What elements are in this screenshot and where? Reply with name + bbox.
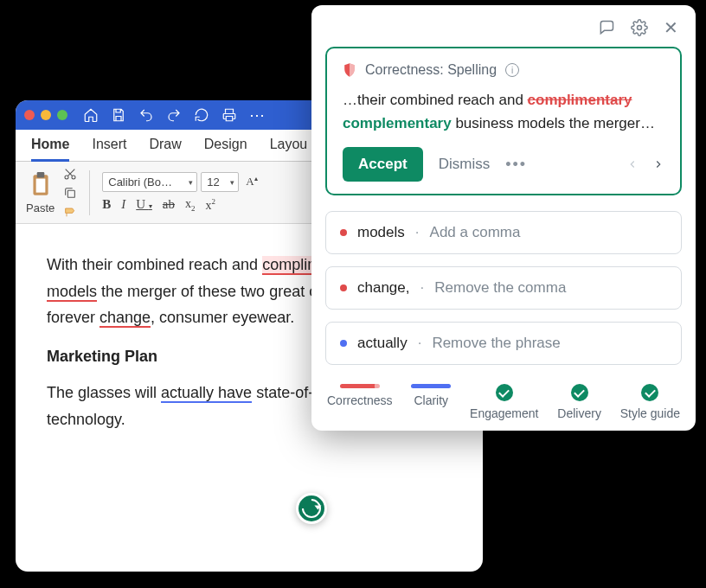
close-window[interactable] xyxy=(24,110,35,120)
underline-button[interactable]: U ▾ xyxy=(136,197,152,212)
separator: · xyxy=(418,335,422,352)
superscript-button[interactable]: x2 xyxy=(206,197,216,213)
accept-button[interactable]: Accept xyxy=(343,147,423,182)
svg-rect-1 xyxy=(36,172,44,177)
copy-icon[interactable] xyxy=(63,186,77,200)
home-icon[interactable] xyxy=(83,107,99,123)
paste-label: Paste xyxy=(26,201,55,214)
card-category: Correctness: Spelling xyxy=(365,62,497,78)
grow-font[interactable]: A▴ xyxy=(242,173,260,190)
tab-home[interactable]: Home xyxy=(31,137,69,162)
font-name-value: Calibri (Bo… xyxy=(108,176,172,189)
suggestion-card-collapsed[interactable]: actually · Remove the phrase xyxy=(325,322,682,365)
footer-clarity[interactable]: Clarity xyxy=(411,384,451,420)
tab-design[interactable]: Design xyxy=(204,137,247,161)
font-size-value: 12 xyxy=(207,176,219,189)
subscript-button[interactable]: x2 xyxy=(185,197,196,213)
comment-icon[interactable] xyxy=(598,19,615,36)
svg-rect-2 xyxy=(35,178,45,192)
text: , consumer eyewear. xyxy=(151,309,294,326)
print-icon[interactable] xyxy=(221,107,237,123)
tab-layout[interactable]: Layou xyxy=(270,137,308,161)
dismiss-button[interactable]: Dismiss xyxy=(439,156,491,173)
paste-button[interactable] xyxy=(29,171,52,200)
error-actually[interactable]: actually have xyxy=(161,384,252,403)
footer-label: Correctness xyxy=(327,393,392,407)
window-controls xyxy=(24,110,67,120)
footer-delivery[interactable]: Delivery xyxy=(557,384,601,420)
text: …their combined reach and xyxy=(343,92,528,108)
maximize-window[interactable] xyxy=(57,110,67,120)
grammarly-badge[interactable] xyxy=(296,493,327,524)
card-nav xyxy=(626,158,664,170)
redo-icon[interactable] xyxy=(166,107,182,123)
grammarly-logo-icon xyxy=(298,495,324,521)
collapsed-word: actually xyxy=(357,335,408,352)
info-icon[interactable]: i xyxy=(505,63,519,77)
font-size-select[interactable]: 12 ▾ xyxy=(201,172,239,192)
suggestion-card-active: Correctness: Spelling i …their combined … xyxy=(325,47,682,195)
footer-style-guide[interactable]: Style guide xyxy=(620,384,680,420)
save-icon[interactable] xyxy=(111,107,126,123)
collapsed-word: change, xyxy=(357,279,410,297)
check-icon xyxy=(641,384,658,401)
more-icon[interactable]: ⋯ xyxy=(249,105,266,125)
correctness-indicator xyxy=(340,384,380,388)
separator: · xyxy=(415,224,420,241)
severity-dot xyxy=(340,229,347,236)
text: With their combined reach and xyxy=(47,256,262,273)
collapsed-hint: Add a comma xyxy=(430,224,521,241)
panel-footer: Correctness Clarity Engagement Delivery … xyxy=(325,377,682,422)
chevron-down-icon: ▾ xyxy=(230,178,234,187)
footer-engagement[interactable]: Engagement xyxy=(470,384,538,420)
replacement-word: complementary xyxy=(343,115,452,131)
chevron-down-icon: ▾ xyxy=(189,178,193,187)
suggestion-card-collapsed[interactable]: change, · Remove the comma xyxy=(325,266,682,310)
suggestion-card-collapsed[interactable]: models · Add a comma xyxy=(325,211,682,254)
footer-label: Style guide xyxy=(620,406,680,420)
text: business models the merger… xyxy=(452,115,655,131)
ribbon-separator xyxy=(89,170,90,215)
footer-label: Engagement xyxy=(470,406,538,420)
severity-dot xyxy=(340,284,347,291)
format-painter-icon[interactable] xyxy=(63,205,77,219)
minimize-window[interactable] xyxy=(41,110,51,120)
check-icon xyxy=(571,384,588,401)
panel-toolbar: ✕ xyxy=(325,17,682,47)
undo-icon[interactable] xyxy=(138,107,154,123)
original-word: complimentary xyxy=(528,92,632,108)
footer-correctness[interactable]: Correctness xyxy=(327,384,392,420)
italic-button[interactable]: I xyxy=(121,197,125,212)
collapsed-word: models xyxy=(357,224,405,241)
severity-dot xyxy=(340,340,347,347)
refresh-icon[interactable] xyxy=(194,107,209,123)
font-group: Calibri (Bo… ▾ 12 ▾ A▴ B I U ▾ ab x2 x2 xyxy=(102,172,260,213)
grammarly-panel: ✕ Correctness: Spelling i …their combine… xyxy=(311,5,696,431)
shield-icon xyxy=(343,62,356,78)
footer-label: Clarity xyxy=(414,393,448,407)
cut-icon[interactable] xyxy=(63,167,77,181)
paste-group: Paste xyxy=(26,171,55,214)
text: The glasses will xyxy=(47,384,161,401)
close-icon[interactable]: ✕ xyxy=(664,19,678,36)
quick-access-toolbar: ⋯ xyxy=(83,105,266,125)
strikethrough-button[interactable]: ab xyxy=(163,197,175,212)
clipboard-icon xyxy=(29,171,52,197)
next-suggestion[interactable] xyxy=(652,158,664,170)
tab-draw[interactable]: Draw xyxy=(149,137,181,161)
more-options-icon[interactable]: ••• xyxy=(505,156,527,174)
card-actions: Accept Dismiss ••• xyxy=(343,147,664,182)
bold-button[interactable]: B xyxy=(102,197,111,212)
check-icon xyxy=(496,384,513,401)
font-name-select[interactable]: Calibri (Bo… ▾ xyxy=(102,172,197,192)
prev-suggestion xyxy=(626,158,639,170)
gear-icon[interactable] xyxy=(631,19,648,36)
collapsed-hint: Remove the phrase xyxy=(432,335,560,352)
svg-point-6 xyxy=(638,26,642,30)
card-header: Correctness: Spelling i xyxy=(343,62,664,78)
error-models[interactable]: models xyxy=(47,283,97,302)
tab-insert[interactable]: Insert xyxy=(92,137,126,161)
suggestion-text: …their combined reach and complimentary … xyxy=(343,88,664,135)
separator: · xyxy=(420,279,425,297)
error-change[interactable]: change xyxy=(99,309,151,328)
